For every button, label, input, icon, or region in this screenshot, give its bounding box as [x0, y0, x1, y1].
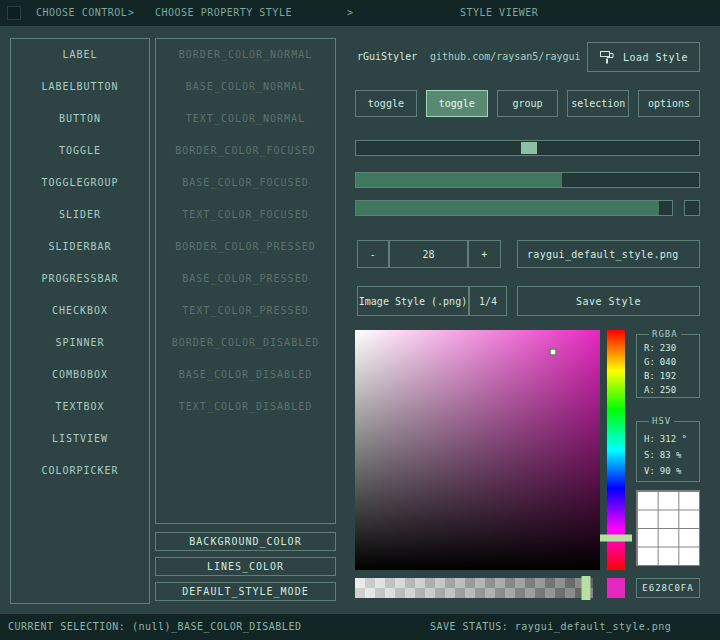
menu-style-viewer[interactable]: STYLE VIEWER	[460, 0, 538, 26]
property-list-item[interactable]: TEXT_COLOR_DISABLED	[156, 391, 335, 423]
v-label: V:	[644, 466, 655, 476]
color-palette-grid[interactable]	[636, 490, 700, 566]
property-list-item[interactable]: BORDER_COLOR_NORMAL	[156, 39, 335, 71]
controls-list: LABELLABELBUTTONBUTTONTOGGLETOGGLEGROUPS…	[10, 38, 150, 604]
app-icon	[7, 6, 21, 20]
property-list-item[interactable]: BORDER_COLOR_FOCUSED	[156, 135, 335, 167]
alpha-handle[interactable]	[581, 576, 590, 600]
rgba-groupbox: RGBA R: 230 G: 040 B: 192 A: 250	[636, 334, 700, 398]
hsv-groupbox: HSV H: 312 ° S: 83 % V: 90 %	[636, 421, 700, 482]
load-style-label: Load Style	[623, 52, 688, 63]
r-label: R:	[644, 343, 655, 353]
toggle-group: toggletogglegroupselectionoptions	[355, 90, 700, 117]
toggle-button[interactable]: options	[638, 90, 700, 117]
hsv-row-h: H: 312 °	[637, 431, 699, 447]
control-list-item[interactable]: COMBOBOX	[11, 359, 149, 391]
r-value: 230	[660, 343, 676, 353]
checkbox[interactable]	[684, 200, 700, 216]
toggle-button[interactable]: selection	[567, 90, 629, 117]
slider-bar[interactable]	[355, 172, 700, 188]
toggle-button[interactable]: group	[497, 90, 559, 117]
control-list-item[interactable]: LABEL	[11, 39, 149, 71]
spinner-increase-button[interactable]: +	[468, 240, 501, 268]
control-list-item[interactable]: TOGGLE	[11, 135, 149, 167]
s-label: S:	[644, 450, 655, 460]
toggle-button[interactable]: toggle	[426, 90, 488, 117]
background-color-button[interactable]: BACKGROUND_COLOR	[155, 532, 336, 551]
control-list-item[interactable]: SLIDER	[11, 199, 149, 231]
property-list-item[interactable]: TEXT_COLOR_FOCUSED	[156, 199, 335, 231]
control-list-item[interactable]: TEXTBOX	[11, 391, 149, 423]
slider-handle[interactable]	[521, 142, 537, 154]
control-list-item[interactable]: PROGRESSBAR	[11, 263, 149, 295]
filename-textbox[interactable]: raygui_default_style.png	[517, 240, 700, 268]
property-list-item[interactable]: BORDER_COLOR_PRESSED	[156, 231, 335, 263]
rgba-row-g: G: 040	[637, 355, 699, 369]
rgba-row-a: A: 250	[637, 383, 699, 397]
hue-bar[interactable]	[607, 330, 625, 570]
menu-choose-property-style[interactable]: CHOOSE PROPERTY STYLE	[155, 0, 292, 26]
rgba-title: RGBA	[649, 329, 681, 339]
control-list-item[interactable]: SPINNER	[11, 327, 149, 359]
rguistyler-window: CHOOSE CONTROL > CHOOSE PROPERTY STYLE >…	[0, 0, 720, 640]
chevron-right-icon: >	[128, 0, 135, 26]
image-style-button[interactable]: Image Style (.png)	[357, 286, 469, 316]
status-bar: CURRENT SELECTION: (null)_BASE_COLOR_DIS…	[0, 614, 720, 640]
selected-color-swatch	[607, 578, 625, 598]
repo-link[interactable]: github.com/raysan5/raygui	[430, 42, 581, 72]
default-style-mode-button[interactable]: DEFAULT_STYLE_MODE	[155, 582, 336, 601]
control-list-item[interactable]: CHECKBOX	[11, 295, 149, 327]
v-value: 90 %	[660, 466, 682, 476]
app-title: rGuiStyler	[357, 42, 417, 72]
hsv-row-s: S: 83 %	[637, 447, 699, 463]
hsv-row-v: V: 90 %	[637, 463, 699, 479]
control-list-item[interactable]: LISTVIEW	[11, 423, 149, 455]
paint-roller-icon	[599, 49, 615, 65]
load-style-button[interactable]: Load Style	[587, 42, 700, 72]
property-list-item[interactable]: TEXT_COLOR_NORMAL	[156, 103, 335, 135]
hex-value-box[interactable]: E628C0FA	[636, 578, 700, 598]
rgba-row-b: B: 192	[637, 369, 699, 383]
properties-list: BORDER_COLOR_NORMALBASE_COLOR_NORMALTEXT…	[155, 38, 336, 524]
s-value: 83 %	[660, 450, 682, 460]
control-list-item[interactable]: TOGGLEGROUP	[11, 167, 149, 199]
control-list-item[interactable]: SLIDERBAR	[11, 231, 149, 263]
control-list-item[interactable]: COLORPICKER	[11, 455, 149, 487]
save-status: SAVE STATUS: raygui_default_style.png	[430, 614, 671, 640]
progress-bar-fill	[356, 201, 659, 215]
top-menu-bar: CHOOSE CONTROL > CHOOSE PROPERTY STYLE >…	[0, 0, 720, 26]
color-picker-cursor[interactable]	[550, 348, 557, 355]
slider[interactable]	[355, 140, 700, 156]
property-list-item[interactable]: BASE_COLOR_PRESSED	[156, 263, 335, 295]
property-list-item[interactable]: BASE_COLOR_FOCUSED	[156, 167, 335, 199]
toggle-button[interactable]: toggle	[355, 90, 417, 117]
progress-bar	[355, 200, 673, 216]
spinner-decrease-button[interactable]: -	[357, 240, 389, 268]
b-value: 192	[660, 371, 676, 381]
a-label: A:	[644, 385, 655, 395]
b-label: B:	[644, 371, 655, 381]
property-list-item[interactable]: BASE_COLOR_DISABLED	[156, 359, 335, 391]
g-value: 040	[660, 357, 676, 367]
color-picker-panel[interactable]	[355, 330, 600, 570]
spinner-value-box[interactable]: 28	[389, 240, 468, 268]
control-list-item[interactable]: BUTTON	[11, 103, 149, 135]
property-list-item[interactable]: TEXT_COLOR_PRESSED	[156, 295, 335, 327]
hsv-title: HSV	[649, 416, 674, 426]
control-list-item[interactable]: LABELBUTTON	[11, 71, 149, 103]
current-selection-status: CURRENT SELECTION: (null)_BASE_COLOR_DIS…	[8, 614, 301, 640]
hue-handle[interactable]	[600, 534, 632, 541]
chevron-right-icon: >	[347, 0, 354, 26]
property-list-item[interactable]: BASE_COLOR_NORMAL	[156, 71, 335, 103]
g-label: G:	[644, 357, 655, 367]
lines-color-button[interactable]: LINES_COLOR	[155, 557, 336, 576]
alpha-bar[interactable]	[355, 578, 593, 598]
slider-bar-fill	[356, 173, 562, 187]
a-value: 250	[660, 385, 676, 395]
h-label: H:	[644, 434, 655, 444]
page-indicator[interactable]: 1/4	[469, 286, 507, 316]
h-value: 312 °	[660, 434, 687, 444]
property-list-item[interactable]: BORDER_COLOR_DISABLED	[156, 327, 335, 359]
save-style-button[interactable]: Save Style	[517, 286, 700, 316]
menu-choose-control[interactable]: CHOOSE CONTROL	[36, 0, 127, 26]
